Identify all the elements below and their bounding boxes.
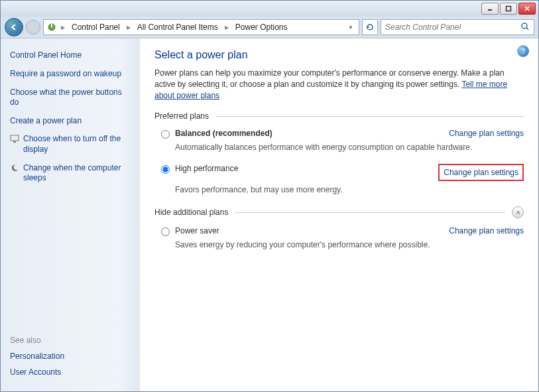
help-icon[interactable]: ? bbox=[517, 45, 529, 57]
chevron-right-icon: ▶ bbox=[125, 25, 132, 31]
plan-radio-power-saver[interactable] bbox=[161, 228, 170, 236]
plan-name: Balanced (recommended) bbox=[175, 129, 272, 138]
body: Control Panel Home Require a password on… bbox=[1, 38, 538, 391]
maximize-button[interactable] bbox=[500, 3, 517, 15]
plan-description: Automatically balances performance with … bbox=[154, 143, 524, 152]
svg-point-6 bbox=[522, 23, 527, 29]
sidebar-aux-personalization[interactable]: Personalization bbox=[10, 352, 131, 361]
plan-name: High performance bbox=[175, 164, 238, 173]
change-plan-settings-link[interactable]: Change plan settings bbox=[449, 129, 524, 138]
plan-description: Saves energy by reducing your computer's… bbox=[154, 240, 524, 249]
see-also-label: See also bbox=[10, 336, 131, 345]
section-additional-plans[interactable]: Hide additional plans ʌ bbox=[154, 206, 524, 218]
main-content: ? Select a power plan Power plans can he… bbox=[140, 38, 538, 391]
moon-icon bbox=[10, 163, 19, 172]
svg-rect-9 bbox=[13, 141, 16, 143]
forward-button[interactable] bbox=[26, 20, 40, 34]
sidebar-link-sleep[interactable]: Change when the computer sleeps bbox=[10, 163, 131, 184]
plan-high-performance: High performance Change plan settings bbox=[154, 164, 524, 181]
page-title: Select a power plan bbox=[154, 49, 524, 61]
breadcrumb-item[interactable]: Power Options bbox=[233, 21, 290, 33]
sidebar-link-power-buttons[interactable]: Choose what the power buttons do bbox=[10, 88, 131, 108]
chevron-right-icon: ▶ bbox=[60, 25, 66, 31]
plan-power-saver: Power saver Change plan settings bbox=[154, 226, 524, 236]
breadcrumb-item[interactable]: All Control Panel Items bbox=[135, 21, 221, 33]
plan-radio-high-performance[interactable] bbox=[161, 165, 170, 174]
sidebar-link-create-plan[interactable]: Create a power plan bbox=[10, 116, 131, 127]
page-description: Power plans can help you maximize your c… bbox=[154, 68, 524, 101]
plan-description: Favors performance, but may use more ene… bbox=[154, 185, 524, 194]
chevron-right-icon: ▶ bbox=[223, 25, 230, 31]
window: ▶ Control Panel ▶ All Control Panel Item… bbox=[0, 0, 539, 392]
plan-radio-balanced[interactable] bbox=[161, 130, 170, 139]
power-options-icon bbox=[46, 22, 57, 33]
monitor-icon bbox=[10, 134, 19, 143]
minimize-button[interactable] bbox=[481, 3, 499, 15]
change-plan-settings-link[interactable]: Change plan settings bbox=[438, 164, 524, 181]
search-input[interactable] bbox=[385, 23, 520, 32]
sidebar: Control Panel Home Require a password on… bbox=[1, 38, 140, 391]
svg-rect-5 bbox=[51, 24, 52, 27]
svg-line-7 bbox=[526, 28, 528, 30]
close-button[interactable] bbox=[518, 3, 536, 15]
search-box[interactable] bbox=[381, 19, 534, 35]
address-bar[interactable]: ▶ Control Panel ▶ All Control Panel Item… bbox=[43, 19, 359, 35]
sidebar-link-display-off[interactable]: Choose when to turn off the display bbox=[10, 134, 131, 155]
svg-rect-8 bbox=[11, 135, 19, 141]
svg-rect-1 bbox=[507, 7, 511, 11]
control-panel-home-link[interactable]: Control Panel Home bbox=[10, 50, 131, 60]
collapse-icon[interactable]: ʌ bbox=[512, 206, 524, 218]
nav-bar: ▶ Control Panel ▶ All Control Panel Item… bbox=[1, 17, 538, 38]
refresh-button[interactable] bbox=[362, 19, 378, 35]
plan-balanced: Balanced (recommended) Change plan setti… bbox=[154, 129, 524, 139]
section-preferred-plans: Preferred plans bbox=[154, 111, 524, 121]
breadcrumb-item[interactable]: Control Panel bbox=[69, 21, 123, 33]
sidebar-aux-user-accounts[interactable]: User Accounts bbox=[10, 367, 131, 377]
change-plan-settings-link[interactable]: Change plan settings bbox=[449, 226, 524, 235]
search-icon[interactable] bbox=[520, 22, 530, 33]
plan-name: Power saver bbox=[175, 226, 219, 235]
titlebar bbox=[1, 1, 538, 17]
back-button[interactable] bbox=[5, 18, 23, 36]
address-dropdown[interactable]: ▼ bbox=[345, 25, 356, 31]
sidebar-link-password[interactable]: Require a password on wakeup bbox=[10, 69, 131, 80]
